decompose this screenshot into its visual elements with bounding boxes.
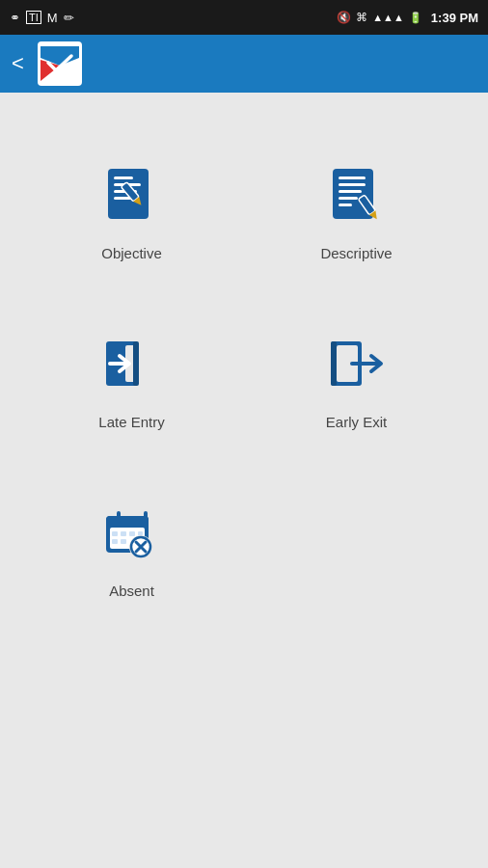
absent-icon-wrap bbox=[97, 498, 167, 567]
app-icon: TI bbox=[26, 11, 41, 24]
menu-item-early-exit[interactable]: Early Exit bbox=[244, 300, 469, 449]
early-exit-label: Early Exit bbox=[326, 414, 387, 430]
svg-rect-20 bbox=[133, 341, 139, 386]
signal-icon: ▲▲▲ bbox=[372, 12, 404, 23]
svg-rect-7 bbox=[114, 197, 131, 200]
late-entry-icon-wrap bbox=[97, 329, 167, 398]
descriptive-label: Descriptive bbox=[320, 245, 392, 261]
menu-item-late-entry[interactable]: Late Entry bbox=[19, 300, 244, 449]
svg-rect-15 bbox=[339, 203, 352, 206]
late-entry-icon bbox=[98, 330, 166, 397]
edit-icon: ✏ bbox=[64, 11, 74, 25]
menu-item-absent[interactable]: Absent bbox=[19, 469, 244, 618]
svg-rect-36 bbox=[112, 539, 118, 544]
menu-item-descriptive[interactable]: Descriptive bbox=[244, 131, 469, 281]
early-exit-icon bbox=[323, 330, 391, 397]
mute-icon: 🔇 bbox=[337, 11, 351, 24]
svg-rect-31 bbox=[144, 511, 148, 523]
menu-item-objective[interactable]: Objective bbox=[19, 131, 244, 281]
battery-icon: 🔋 bbox=[409, 12, 422, 24]
early-exit-icon-wrap bbox=[322, 329, 392, 398]
svg-rect-14 bbox=[339, 197, 358, 200]
svg-rect-32 bbox=[112, 531, 118, 536]
app-logo bbox=[38, 41, 82, 86]
objective-label: Objective bbox=[101, 245, 162, 261]
time-display: 1:39 PM bbox=[431, 11, 478, 25]
objective-icon bbox=[98, 161, 166, 229]
late-entry-label: Late Entry bbox=[98, 414, 164, 430]
gmail-icon: M bbox=[47, 11, 58, 25]
descriptive-icon-wrap bbox=[322, 160, 392, 230]
absent-label: Absent bbox=[109, 583, 154, 599]
toolbar: < bbox=[0, 35, 488, 93]
status-bar: ⚭ TI M ✏ 🔇 ⌘ ▲▲▲ 🔋 1:39 PM bbox=[0, 0, 488, 35]
svg-rect-13 bbox=[339, 190, 362, 193]
svg-rect-37 bbox=[121, 539, 126, 544]
svg-rect-11 bbox=[339, 176, 366, 179]
svg-rect-33 bbox=[121, 531, 126, 536]
svg-rect-4 bbox=[114, 176, 133, 179]
main-content: Objective bbox=[0, 93, 488, 868]
descriptive-icon bbox=[323, 161, 391, 229]
svg-rect-30 bbox=[117, 511, 121, 523]
menu-grid: Objective bbox=[0, 122, 488, 628]
svg-rect-28 bbox=[106, 524, 149, 528]
svg-rect-24 bbox=[331, 341, 337, 386]
back-button[interactable]: < bbox=[12, 51, 24, 76]
svg-rect-12 bbox=[339, 183, 366, 186]
absent-icon bbox=[98, 499, 166, 566]
svg-rect-34 bbox=[129, 531, 135, 536]
status-right-icons: 🔇 ⌘ ▲▲▲ 🔋 1:39 PM bbox=[337, 11, 478, 25]
wifi-icon: ⌘ bbox=[356, 11, 367, 24]
objective-icon-wrap bbox=[97, 160, 167, 230]
status-left-icons: ⚭ TI M ✏ bbox=[10, 11, 74, 25]
usb-icon: ⚭ bbox=[10, 11, 20, 25]
